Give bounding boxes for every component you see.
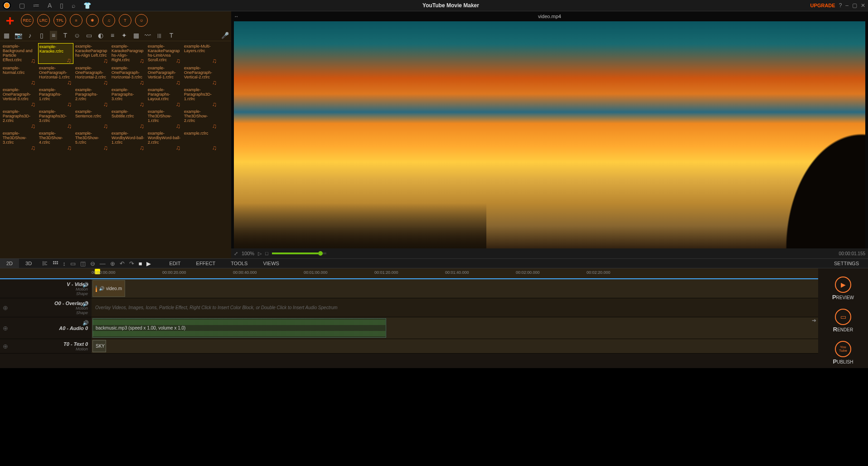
preview-video[interactable] [234,21,865,248]
filter-contrast-icon[interactable]: ◐ [97,32,104,39]
menu-edit-icon[interactable]: A [48,2,52,9]
menu-tools[interactable]: TOOLS [231,261,247,266]
track-overlay-visibility-icon[interactable]: 👁 [76,301,81,306]
file-item[interactable]: example-Karaoke.rzlrc [38,43,73,64]
timeline-stop-icon[interactable]: ■ [139,260,142,267]
filter-list-icon[interactable]: ≡ [109,32,116,39]
file-item[interactable]: example-OneParagraph-Vertical-3.rzlrc [2,87,37,107]
file-item[interactable]: example.rzlrc [183,130,218,151]
filter-all-icon[interactable]: ▦ [3,32,10,39]
upgrade-link[interactable]: UPGRADE [810,3,835,8]
file-item[interactable]: example-Normal.rzlrc [2,65,37,86]
track-audio-body[interactable]: backmusic.mp3 (speed x 1.00, volume x 1.… [92,317,818,339]
snap-icon[interactable]: ◫ [80,260,86,267]
face-button[interactable]: ☺ [135,14,148,27]
track-audio-mute-icon[interactable]: 🔊 [82,320,89,326]
file-item[interactable]: example-Sentence.rzlrc [74,108,110,129]
file-item[interactable]: example-The3DShow-1.rzlrc [147,108,182,129]
file-item[interactable]: example-The3DShow-3.rzlrc [2,130,37,151]
file-item[interactable]: example-Paragraphs-2.rzlrc [74,87,110,107]
menu-views[interactable]: VIEWS [263,261,279,266]
music-button[interactable]: ♫ [102,14,115,27]
file-item[interactable]: example-The3DShow-2.rzlrc [183,108,218,129]
filter-lyric-icon[interactable]: ≡ [50,31,57,40]
file-item[interactable]: example-OneParagraph-Horizontal-2.rzlrc [74,65,110,86]
file-item[interactable]: example-WordbyWord-ball-2.rzlrc [147,130,182,151]
file-item[interactable]: example-OneParagraph-Horizontal-3.rzlrc [111,65,146,86]
track-video-mute-icon[interactable]: 🔊 [82,282,89,288]
file-item[interactable]: example-Multi-Layers.rzlrc [183,43,218,64]
file-item[interactable]: example-Paragraphs-Layout.rzlrc [147,87,182,107]
menu-settings[interactable]: SETTINGS [834,261,868,266]
menu-file-icon[interactable]: ▢ [19,2,25,9]
filter-mic-icon[interactable]: 🎤 [221,32,228,39]
close-button[interactable]: ✕ [861,2,865,9]
file-item[interactable]: example-Subtitle.rzlrc [111,108,146,129]
track-overlay-mute-icon[interactable]: 🔊 [82,301,89,307]
zoom-in-icon[interactable]: ⊕ [110,260,115,267]
file-item[interactable]: example-Paragraphs3D-2.rzlrc [2,108,37,129]
track-video-visibility-icon[interactable]: 👁 [76,282,81,287]
grid-view-icon[interactable] [53,261,58,266]
lrc-button[interactable]: LRC [37,14,50,27]
menu-search-icon[interactable]: ⌕ [72,2,75,9]
zoom-slider-icon[interactable]: — [100,260,106,267]
menu-shirt-icon[interactable]: 👕 [83,2,91,9]
filter-text-icon[interactable]: T [62,32,69,39]
filter-eq-icon[interactable]: ⫼ [156,32,163,39]
preview-action[interactable]: ▶ PREVIEW [832,277,854,301]
select-icon[interactable]: ▭ [70,260,76,267]
effect-button[interactable]: ✱ [86,14,99,27]
play-icon[interactable]: ▷ [258,251,262,257]
filter-video-icon[interactable]: ▯ [38,32,45,39]
clip-text[interactable]: SKY [92,340,106,352]
file-item[interactable]: example-OneParagraph-Vertical-2.rzlrc [183,65,218,86]
track-text-add-icon[interactable]: ⊕ [3,343,8,350]
track-overlay-add-icon[interactable]: ⊕ [3,304,8,311]
menu-effect[interactable]: EFFECT [196,261,216,266]
file-item[interactable]: example-KaraokeParagraphs-LimitArea Scro… [147,43,182,64]
tab-3d[interactable]: 3D [19,259,38,268]
maximize-button[interactable]: ▢ [852,2,857,9]
menu-list-icon[interactable]: ≔ [33,2,39,9]
file-item[interactable]: example-OneParagraph-Horizontal-1.rzlrc [38,65,73,86]
filter-emoji-icon[interactable]: ☺ [73,32,81,39]
tpl-button[interactable]: TPL [53,14,66,27]
file-item[interactable]: example-Paragraphs3D-1.rzlrc [183,87,218,107]
track-text-body[interactable]: SKY [92,339,818,353]
file-item[interactable]: example-Paragraphs3D-3.rzlrc [38,108,73,129]
timeline-play-icon[interactable]: ▶ [146,260,151,267]
file-item[interactable]: example-Paragraphs-3.rzlrc [111,87,146,107]
preview-progress[interactable] [272,252,326,254]
file-item[interactable]: example-KaraokeParagraphs-Align Left.rzl… [74,43,110,64]
file-item[interactable]: example-OneParagraph-Vertical-1.rzlrc [147,65,182,86]
track-audio-add-icon[interactable]: ⊕ [3,325,8,332]
filter-audio-icon[interactable]: ♪ [26,32,34,39]
filter-sparkle-icon[interactable]: ✦ [121,32,128,39]
text-button[interactable]: T [119,14,131,27]
filter-transition-icon[interactable]: ▭ [85,32,92,39]
list-button[interactable]: ≡ [70,14,82,27]
track-video-body[interactable]: 🔊video.m [92,279,818,298]
menu-panel-icon[interactable]: ▯ [60,2,63,9]
zoom-out-icon[interactable]: ⊖ [90,260,95,267]
fullscreen-icon[interactable]: ⤢ [234,251,238,257]
menu-edit[interactable]: EDIT [169,261,180,266]
undo-icon[interactable]: ↶ [120,260,125,267]
filter-overlay-icon[interactable]: ▦ [132,32,140,39]
timeline-ruler[interactable]: 00:00:00.00000:00:20.00000:00:40.00000:0… [0,268,818,279]
minimize-button[interactable]: – [845,2,849,9]
filter-camera-icon[interactable]: 📷 [15,32,22,39]
file-item[interactable]: example-Paragraphs-1.rzlrc [38,87,73,107]
stop-icon[interactable]: □ [265,251,268,256]
align-left-icon[interactable] [43,261,48,266]
file-item[interactable]: example-The3DShow-5.rzlrc [74,130,110,151]
file-item[interactable]: example-Background and Particle Effect.r… [2,43,37,64]
track-text-visibility-icon[interactable]: 👁 [76,342,81,347]
add-media-button[interactable]: + [3,13,17,28]
tab-2d[interactable]: 2D [0,259,19,268]
help-button[interactable]: ? [839,2,842,9]
clip-video[interactable]: 🔊video.m [92,280,125,297]
file-item[interactable]: example-KaraokeParagraphs-Align-Right.rz… [111,43,146,64]
render-action[interactable]: ▭ RENDER [833,309,853,333]
